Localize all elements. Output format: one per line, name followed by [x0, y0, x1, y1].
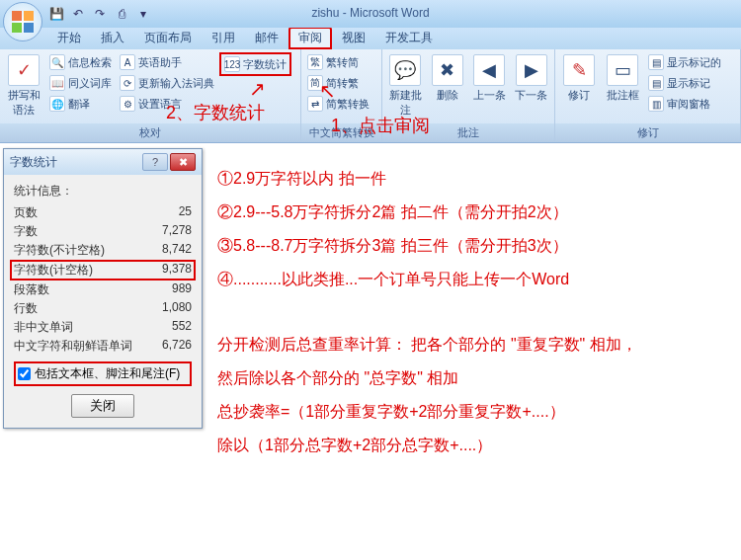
dialog-close-btn[interactable]: 关闭 — [71, 394, 134, 418]
ribbon-group-comments: 💬新建批注 ✖删除 ◀上一条 ▶下一条 批注 — [382, 49, 555, 142]
stat-row: 非中文单词552 — [14, 318, 192, 337]
english-assistant-button[interactable]: A英语助手 — [117, 52, 217, 72]
wordcount-icon: 123 — [224, 56, 240, 72]
research-icon: 🔍 — [49, 54, 65, 70]
balloon-icon: ▭ — [607, 54, 638, 86]
group-label-proofing: 校对 — [0, 123, 300, 142]
track-changes-button[interactable]: ✎修订 — [558, 52, 600, 105]
assistant-icon: A — [120, 54, 135, 70]
stat-row: 字符数(计空格)9,378 — [10, 260, 196, 280]
new-comment-icon: 💬 — [389, 54, 421, 86]
delete-icon: ✖ — [432, 54, 463, 86]
spelling-icon: ✓ — [8, 54, 40, 86]
include-textboxes-checkbox[interactable]: 包括文本框、脚注和尾注(F) — [14, 361, 192, 386]
ribbon-group-chinese: 繁繁转简 简简转繁 ⇄简繁转换 中文简繁转换 — [301, 49, 382, 142]
ime-icon: ⟳ — [120, 75, 135, 91]
next-comment-button[interactable]: ▶下一条 — [512, 52, 552, 105]
group-label-tracking: 修订 — [555, 123, 740, 142]
research-button[interactable]: 🔍信息检索 — [46, 52, 115, 72]
markup-icon: ▤ — [648, 54, 664, 70]
ribbon-tabs: 开始 插入 页面布局 引用 邮件 审阅 视图 开发工具 — [0, 28, 741, 49]
dialog-body: 统计信息： 页数25字数7,278字符数(不计空格)8,742字符数(计空格)9… — [4, 175, 202, 428]
stat-row: 段落数989 — [14, 280, 192, 299]
word-count-dialog: 字数统计 ? ✖ 统计信息： 页数25字数7,278字符数(不计空格)8,742… — [3, 148, 203, 429]
doc-line: ①2.9万字符以内 拍一件 — [217, 163, 721, 195]
dialog-close-button[interactable]: ✖ — [170, 153, 196, 171]
document-body[interactable]: ①2.9万字符以内 拍一件 ②2.9---5.8万字符拆分2篇 拍二件（需分开拍… — [207, 143, 731, 550]
spelling-button[interactable]: ✓ 拼写和 语法 — [3, 52, 44, 120]
group-label-chinese: 中文简繁转换 — [301, 123, 381, 142]
dialog-help-button[interactable]: ? — [142, 153, 168, 171]
delete-comment-button[interactable]: ✖删除 — [428, 52, 468, 105]
ribbon-group-tracking: ✎修订 ▭批注框 ▤显示标记的 ▤显示标记 ▥审阅窗格 修订 — [555, 49, 741, 142]
dialog-title-text: 字数统计 — [10, 154, 140, 171]
simp-to-trad-button[interactable]: 简简转繁 — [304, 73, 378, 93]
doc-line: ②2.9---5.8万字符拆分2篇 拍二件（需分开拍2次） — [217, 197, 721, 228]
tab-view[interactable]: 视图 — [332, 27, 375, 49]
next-icon: ▶ — [516, 54, 547, 86]
show-markup-button[interactable]: ▤显示标记的 — [645, 52, 724, 72]
update-ime-button[interactable]: ⟳更新输入法词典 — [117, 73, 217, 93]
print-icon[interactable]: ⎙ — [113, 5, 130, 23]
checkbox-input[interactable] — [18, 367, 31, 380]
tab-developer[interactable]: 开发工具 — [375, 27, 443, 49]
stat-row: 中文字符和朝鲜语单词6,726 — [14, 337, 192, 356]
stat-row: 行数1,080 — [14, 299, 192, 318]
tab-reference[interactable]: 引用 — [202, 27, 245, 49]
doc-line: 除以（1部分总字数+2部分总字数+....） — [217, 430, 721, 461]
redo-icon[interactable]: ↷ — [91, 5, 109, 23]
stat-row: 页数25 — [14, 203, 192, 222]
group-label-comments: 批注 — [382, 123, 554, 142]
trad-simp-icon: 繁 — [307, 54, 323, 70]
thesaurus-icon: 📖 — [49, 75, 65, 91]
tab-mail[interactable]: 邮件 — [245, 27, 288, 49]
translate-icon: 🌐 — [49, 96, 65, 112]
dialog-titlebar[interactable]: 字数统计 ? ✖ — [4, 149, 202, 175]
tab-home[interactable]: 开始 — [47, 27, 91, 49]
pane-icon: ▥ — [648, 96, 664, 112]
marks-icon: ▤ — [648, 75, 664, 91]
thesaurus-button[interactable]: 📖同义词库 — [46, 73, 115, 93]
translate-button[interactable]: 🌐翻译 — [46, 94, 115, 114]
stat-row: 字符数(不计空格)8,742 — [14, 241, 192, 260]
balloons-button[interactable]: ▭批注框 — [602, 52, 643, 105]
doc-line: ④...........以此类推...一个订单号只能上传一个Word — [217, 264, 721, 295]
simp-trad-icon: 简 — [307, 75, 323, 91]
doc-line: ③5.8---8.7万字符拆分3篇 拍三件（需分开拍3次） — [217, 230, 721, 262]
tab-insert[interactable]: 插入 — [91, 27, 134, 49]
new-comment-button[interactable]: 💬新建批注 — [385, 52, 426, 120]
show-marks-button[interactable]: ▤显示标记 — [645, 73, 724, 93]
prev-comment-button[interactable]: ◀上一条 — [469, 52, 510, 105]
language-icon: ⚙ — [120, 96, 135, 112]
chinese-convert-button[interactable]: ⇄简繁转换 — [304, 94, 378, 114]
checkbox-label: 包括文本框、脚注和尾注(F) — [35, 365, 180, 382]
trad-to-simp-button[interactable]: 繁繁转简 — [304, 52, 378, 72]
office-button[interactable] — [3, 2, 42, 41]
review-pane-button[interactable]: ▥审阅窗格 — [645, 94, 724, 114]
word-count-button[interactable]: 123字数统计 — [219, 52, 291, 76]
title-bar: 💾 ↶ ↷ ⎙ ▾ zishu - Microsoft Word — [0, 0, 741, 28]
qat-more-icon[interactable]: ▾ — [134, 5, 152, 23]
stat-row: 字数7,278 — [14, 222, 192, 241]
set-language-button[interactable]: ⚙设置语言 — [117, 94, 217, 114]
tab-layout[interactable]: 页面布局 — [134, 27, 202, 49]
office-logo-icon — [11, 10, 35, 34]
prev-icon: ◀ — [473, 54, 505, 86]
convert-icon: ⇄ — [307, 96, 323, 112]
ribbon-group-proofing: ✓ 拼写和 语法 🔍信息检索 📖同义词库 🌐翻译 A英语助手 ⟳更新输入法词典 … — [0, 49, 301, 142]
window-title: zishu - Microsoft Word — [311, 6, 429, 20]
ribbon: ✓ 拼写和 语法 🔍信息检索 📖同义词库 🌐翻译 A英语助手 ⟳更新输入法词典 … — [0, 49, 741, 143]
doc-line: 分开检测后总查重率计算： 把各个部分的 "重复字数" 相加， — [217, 329, 721, 360]
undo-icon[interactable]: ↶ — [69, 5, 87, 23]
track-icon: ✎ — [563, 54, 595, 86]
doc-line: 然后除以各个部分的 "总字数" 相加 — [217, 362, 721, 394]
save-icon[interactable]: 💾 — [47, 5, 65, 23]
quick-access-toolbar: 💾 ↶ ↷ ⎙ ▾ — [47, 5, 152, 23]
stats-heading: 统计信息： — [14, 183, 192, 200]
tab-review[interactable]: 审阅 — [288, 27, 332, 49]
doc-line: 总抄袭率=（1部分重复字数+2部分重复字数+....） — [217, 396, 721, 428]
